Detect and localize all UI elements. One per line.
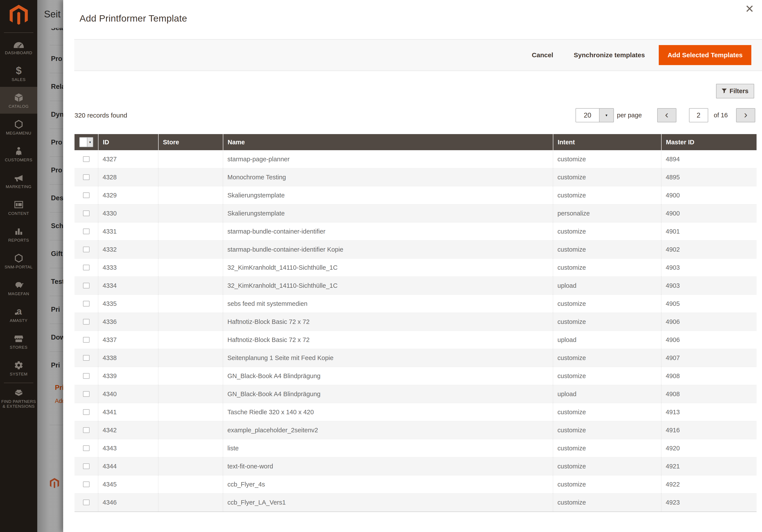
row-checkbox[interactable]: [83, 409, 90, 415]
sidebar-item-content[interactable]: CONTENT: [0, 194, 37, 221]
table-row: 4333 32_KimKranholdt_14110-Sichthülle_1C…: [74, 259, 757, 277]
add-selected-templates-button[interactable]: Add Selected Templates: [659, 45, 751, 65]
table-row: 4332 starmap-bundle-container-identifier…: [74, 240, 757, 259]
row-checkbox[interactable]: [83, 211, 90, 216]
grid-header-row: ▼ ID Store Name Intent Master ID: [74, 134, 757, 150]
row-checkbox-cell: [74, 403, 98, 421]
select-all-cell: ▼: [74, 134, 98, 150]
cell-store: [158, 439, 223, 457]
sidebar-item-label: REPORTS: [8, 238, 29, 243]
sidebar-item-system[interactable]: SYSTEM: [0, 355, 37, 381]
per-page-select[interactable]: 20 ▼: [575, 108, 614, 122]
sidebar-item-magefan[interactable]: MAGEFAN: [0, 274, 37, 301]
sidebar-item-snm-portal[interactable]: SNM-PORTAL: [0, 247, 37, 274]
row-checkbox[interactable]: [83, 427, 90, 433]
row-checkbox-cell: [74, 168, 98, 186]
dollar-icon: $: [14, 65, 24, 76]
cell-intent: customize: [553, 494, 661, 511]
row-checkbox[interactable]: [83, 499, 90, 505]
row-checkbox[interactable]: [83, 247, 90, 252]
row-checkbox[interactable]: [83, 373, 90, 379]
cell-store: [158, 168, 223, 186]
sidebar-item-label: SALES: [12, 77, 26, 82]
sidebar-item-dashboard[interactable]: DASHBOARD: [0, 33, 37, 60]
row-checkbox[interactable]: [83, 391, 90, 397]
sidebar-item-marketing[interactable]: MARKETING: [0, 167, 37, 194]
close-icon[interactable]: ✕: [745, 4, 754, 14]
filter-funnel-icon: [722, 89, 727, 94]
cell-intent: customize: [553, 439, 661, 457]
sidebar-divider: [4, 383, 33, 383]
grid-toolbar: 320 records found 20 ▼ per page ‹ of 16 …: [74, 108, 755, 122]
row-checkbox[interactable]: [83, 156, 90, 162]
cell-store: [158, 240, 223, 258]
row-checkbox[interactable]: [83, 283, 90, 289]
cell-id: 4341: [98, 403, 158, 421]
sidebar-item-amasty[interactable]: a AMASTY: [0, 301, 37, 328]
column-header-store[interactable]: Store: [158, 134, 223, 150]
cell-store: [158, 367, 223, 385]
row-checkbox[interactable]: [83, 445, 90, 451]
cell-name: starmap-page-planner: [223, 150, 553, 168]
sidebar-item-megamenu[interactable]: MEGAMENU: [0, 114, 37, 140]
row-checkbox[interactable]: [83, 192, 90, 198]
row-checkbox-cell: [74, 331, 98, 349]
sidebar-item-sales[interactable]: $ SALES: [0, 60, 37, 87]
package-icon: [14, 92, 24, 102]
cell-id: 4342: [98, 421, 158, 439]
magento-logo-icon[interactable]: [0, 0, 37, 26]
sidebar-item-reports[interactable]: REPORTS: [0, 221, 37, 247]
row-checkbox-cell: [74, 223, 98, 240]
row-checkbox[interactable]: [83, 301, 90, 306]
sidebar-item-customers[interactable]: CUSTOMERS: [0, 140, 37, 167]
select-all-checkbox[interactable]: [80, 138, 87, 147]
column-header-id[interactable]: ID: [98, 134, 158, 150]
filters-button[interactable]: Filters: [716, 84, 754, 99]
table-row: 4330 Skalierungstemplate personalize 490…: [74, 204, 757, 223]
select-all-checkbox-dropdown[interactable]: ▼: [79, 137, 93, 147]
column-header-master-id[interactable]: Master ID: [661, 134, 757, 150]
previous-page-button[interactable]: ‹: [657, 108, 676, 122]
current-page-input[interactable]: [689, 108, 708, 122]
row-checkbox[interactable]: [83, 355, 90, 361]
sidebar-item-find-partners[interactable]: FIND PARTNERS & EXTENSIONS: [0, 384, 37, 411]
hexagon-icon: [14, 252, 24, 263]
cell-name: ccb_Flyer_4s: [223, 475, 553, 493]
row-checkbox[interactable]: [83, 482, 90, 487]
cell-store: [158, 186, 223, 204]
cell-intent: customize: [553, 367, 661, 385]
row-checkbox-cell: [74, 150, 98, 168]
cell-name: starmap-bundle-container-identifier Kopi…: [223, 240, 553, 258]
row-checkbox[interactable]: [83, 319, 90, 325]
cell-intent: customize: [553, 403, 661, 421]
cell-master-id: 4900: [661, 186, 757, 204]
per-page-value: 20: [576, 108, 599, 122]
cell-name: Skalierungstemplate: [223, 186, 553, 204]
row-checkbox[interactable]: [83, 265, 90, 270]
column-header-name[interactable]: Name: [223, 134, 553, 150]
cell-name: 32_KimKranholdt_14110-Sichthülle_1C: [223, 277, 553, 295]
cell-intent: customize: [553, 168, 661, 186]
cell-intent: customize: [553, 259, 661, 277]
cell-store: [158, 204, 223, 222]
per-page-label: per page: [617, 112, 642, 119]
row-checkbox[interactable]: [83, 463, 90, 469]
sidebar-item-label: MARKETING: [6, 184, 32, 189]
sidebar-item-stores[interactable]: STORES: [0, 328, 37, 355]
cell-name: example_placeholder_2seitenv2: [223, 421, 553, 439]
synchronize-templates-button[interactable]: Synchronize templates: [574, 51, 645, 59]
svg-text:$: $: [16, 66, 22, 76]
table-row: 4345 ccb_Flyer_4s customize 4922: [74, 475, 757, 494]
row-checkbox-cell: [74, 186, 98, 204]
cell-master-id: 4920: [661, 439, 757, 457]
next-page-button[interactable]: ›: [736, 108, 755, 122]
column-header-intent[interactable]: Intent: [553, 134, 661, 150]
row-checkbox[interactable]: [83, 337, 90, 343]
row-checkbox-cell: [74, 295, 98, 312]
row-checkbox[interactable]: [83, 229, 90, 234]
sidebar-item-label: MEGAMENU: [6, 131, 32, 136]
row-checkbox[interactable]: [83, 174, 90, 180]
sidebar-item-catalog[interactable]: CATALOG: [0, 87, 37, 114]
cancel-button[interactable]: Cancel: [532, 51, 553, 59]
sidebar-nav: DASHBOARD $ SALES CATALOG MEGAMENU CUSTO…: [0, 33, 37, 411]
